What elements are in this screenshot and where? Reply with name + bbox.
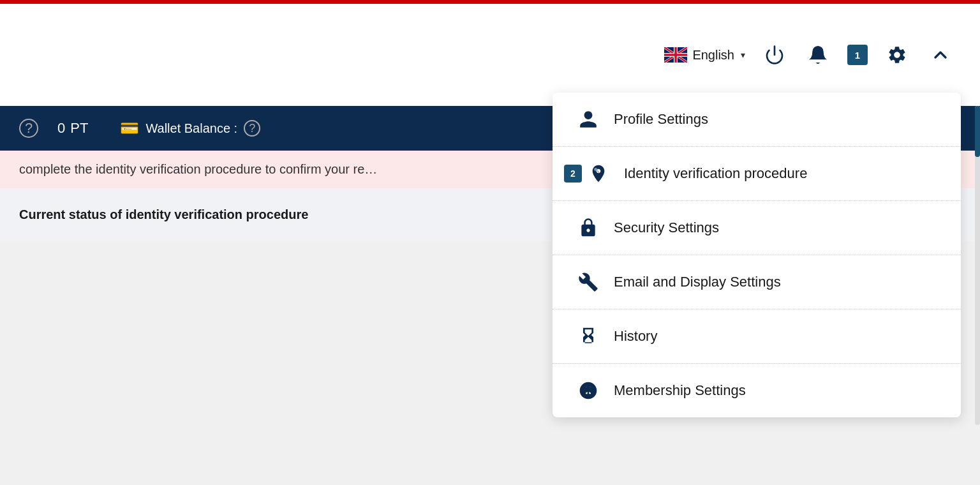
lock-icon <box>575 215 601 241</box>
identity-verification-label: Identity verification procedure <box>624 165 807 182</box>
bell-button[interactable] <box>804 41 832 69</box>
id-search-icon: 🔍 <box>586 161 611 186</box>
menu-item-email-display-settings[interactable]: Email and Display Settings <box>553 255 961 310</box>
wallet-label: Wallet Balance : <box>145 121 237 136</box>
nav-pt-balance: 0 PT <box>57 120 88 137</box>
menu-toggle-button[interactable] <box>926 41 954 69</box>
membership-settings-label: Membership Settings <box>614 382 746 399</box>
medal-icon <box>575 378 601 403</box>
email-display-settings-label: Email and Display Settings <box>614 274 781 290</box>
hourglass-icon <box>575 324 601 349</box>
security-settings-label: Security Settings <box>614 220 719 236</box>
power-icon <box>764 45 785 65</box>
notification-badge[interactable]: 1 <box>847 45 868 65</box>
scrollbar-thumb <box>975 106 980 157</box>
history-label: History <box>614 328 657 345</box>
profile-settings-label: Profile Settings <box>614 111 708 128</box>
nav-help-icon[interactable]: ? <box>19 119 38 138</box>
menu-item-history[interactable]: History <box>553 310 961 364</box>
bell-icon <box>808 45 828 65</box>
chevron-up-icon <box>930 45 951 65</box>
alert-text: complete the identity verification proce… <box>19 162 377 176</box>
svg-text:🔍: 🔍 <box>594 167 600 173</box>
scrollbar[interactable] <box>975 106 980 425</box>
chevron-down-icon: ▾ <box>741 50 745 60</box>
language-selector[interactable]: English ▾ <box>664 47 745 63</box>
gear-icon <box>887 45 907 65</box>
menu-item-identity-verification[interactable]: 2 🔍 Identity verification procedure <box>553 147 961 201</box>
verification-status-label: Current status of identity verification … <box>19 207 308 221</box>
header-right: English ▾ 1 <box>664 41 954 69</box>
nav-wallet: 💳 Wallet Balance : ? <box>120 119 260 137</box>
help-label: ? <box>25 120 33 137</box>
wallet-icon: 💳 <box>120 119 139 137</box>
person-icon <box>575 107 601 132</box>
header: English ▾ 1 <box>0 4 980 106</box>
language-text: English <box>692 48 734 63</box>
wallet-help-icon[interactable]: ? <box>244 120 260 137</box>
wallet-help-label: ? <box>249 122 255 135</box>
power-button[interactable] <box>761 41 789 69</box>
menu-item-security-settings[interactable]: Security Settings <box>553 201 961 255</box>
gear-button[interactable] <box>883 41 911 69</box>
uk-flag-icon <box>664 47 687 63</box>
pt-label: PT <box>70 120 88 137</box>
menu-item-profile-settings[interactable]: Profile Settings <box>553 93 961 147</box>
wrench-icon <box>575 269 601 295</box>
identity-badge: 2 <box>564 165 582 183</box>
pt-amount: 0 <box>57 120 65 137</box>
badge-count: 1 <box>847 45 868 65</box>
dropdown-menu: Profile Settings 2 🔍 Identity verificati… <box>553 93 961 417</box>
menu-item-membership-settings[interactable]: Membership Settings <box>553 364 961 417</box>
